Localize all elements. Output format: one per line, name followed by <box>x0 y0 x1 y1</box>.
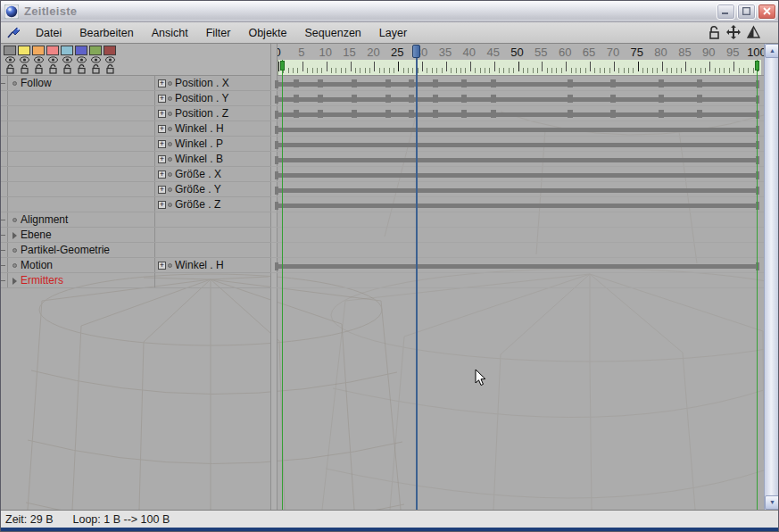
keyframe[interactable] <box>433 79 438 87</box>
keyframe[interactable] <box>491 95 496 103</box>
keyframe[interactable] <box>610 95 616 103</box>
keyframe[interactable] <box>318 79 323 87</box>
track-cell[interactable] <box>155 273 271 287</box>
track-label[interactable]: Größe . X <box>175 168 221 180</box>
sequence-start-cap[interactable] <box>275 80 278 88</box>
timeline-row[interactable] <box>271 106 764 121</box>
object-cell[interactable]: Follow <box>8 76 155 90</box>
keyframe[interactable] <box>352 110 357 118</box>
keyframe[interactable] <box>352 79 357 87</box>
timeline-row[interactable] <box>271 121 764 137</box>
scroll-up-button[interactable]: ▲ <box>765 44 779 58</box>
keyframe[interactable] <box>610 79 616 87</box>
expand-plus-box[interactable]: + <box>158 79 166 87</box>
keyframe[interactable] <box>433 110 438 118</box>
keyframe[interactable] <box>659 95 664 103</box>
loop-start-line[interactable] <box>282 60 283 510</box>
timeline-row[interactable] <box>271 197 764 212</box>
timeline-row[interactable] <box>271 152 764 167</box>
keyframe[interactable] <box>461 110 467 118</box>
object-label[interactable]: Follow <box>21 77 52 89</box>
padlock-icon[interactable] <box>92 64 100 74</box>
sequence-start-cap[interactable] <box>275 141 278 149</box>
keyframe[interactable] <box>697 95 702 103</box>
expand-triangle-icon[interactable] <box>12 278 17 285</box>
scroll-down-button[interactable]: ▼ <box>765 495 779 510</box>
track-label[interactable]: Position . X <box>175 77 229 89</box>
timeline-row[interactable] <box>271 228 764 243</box>
padlock-icon[interactable] <box>49 64 57 74</box>
expand-plus-box[interactable]: + <box>158 110 166 118</box>
object-cell[interactable] <box>8 197 155 212</box>
track-label[interactable]: Winkel . B <box>175 153 223 165</box>
timeline-row[interactable] <box>271 167 764 182</box>
playhead-line[interactable] <box>416 45 418 510</box>
maximize-button[interactable] <box>737 4 756 20</box>
minimize-button[interactable] <box>717 4 735 20</box>
keyframe[interactable] <box>409 110 414 118</box>
timeline-area[interactable] <box>271 76 764 510</box>
menu-item-objekte[interactable]: Objekte <box>239 24 295 42</box>
object-cell[interactable]: Partikel-Geometrie <box>8 243 155 257</box>
keyframe[interactable] <box>352 95 357 103</box>
padlock-icon[interactable] <box>106 64 114 74</box>
sequence-bar[interactable] <box>278 82 757 87</box>
keyframe[interactable] <box>568 79 573 87</box>
timeline-row[interactable] <box>271 212 764 228</box>
keyframe[interactable] <box>491 110 496 118</box>
keyframe[interactable] <box>385 79 391 87</box>
keyframe[interactable] <box>491 79 496 87</box>
sequence-bar[interactable] <box>278 204 757 208</box>
keyframe[interactable] <box>409 95 414 103</box>
menu-item-ansicht[interactable]: Ansicht <box>143 24 197 42</box>
keyframe[interactable] <box>461 79 467 87</box>
expand-triangle-icon[interactable] <box>12 232 17 239</box>
track-cell[interactable] <box>155 243 271 257</box>
sequence-bar[interactable] <box>278 264 757 269</box>
track-cell[interactable]: +Größe . X <box>155 167 271 181</box>
keyframe[interactable] <box>461 95 467 103</box>
track-cell[interactable]: +Winkel . H <box>155 121 271 136</box>
padlock-icon[interactable] <box>78 64 86 74</box>
track-cell[interactable]: +Größe . Z <box>155 197 271 212</box>
sequence-start-cap[interactable] <box>275 96 278 104</box>
track-label[interactable]: Winkel . P <box>175 137 223 150</box>
timeline-row[interactable] <box>271 91 764 106</box>
timeline-row[interactable] <box>271 243 764 258</box>
object-cell[interactable] <box>8 152 155 166</box>
keyframe[interactable] <box>409 79 414 87</box>
object-cell[interactable] <box>8 137 155 151</box>
track-label[interactable]: Größe . Y <box>175 183 221 195</box>
track-cell[interactable]: +Winkel . B <box>155 152 271 166</box>
object-label[interactable]: Ebene <box>21 229 52 241</box>
expand-plus-box[interactable]: + <box>158 140 166 148</box>
timeline-row[interactable] <box>271 137 764 152</box>
sequence-start-cap[interactable] <box>275 202 278 210</box>
keyframe[interactable] <box>659 79 664 87</box>
keyframe[interactable] <box>697 79 702 87</box>
object-label[interactable]: Alignment <box>21 213 68 226</box>
expand-plus-box[interactable]: + <box>158 262 166 270</box>
keyframe[interactable] <box>294 110 299 118</box>
menu-item-bearbeiten[interactable]: Bearbeiten <box>70 24 142 42</box>
track-cell[interactable]: +Winkel . P <box>155 137 271 151</box>
padlock-icon[interactable] <box>35 64 43 74</box>
menu-item-datei[interactable]: Datei <box>27 24 70 42</box>
object-dot-icon[interactable] <box>12 218 17 222</box>
padlock-icon[interactable] <box>21 64 29 74</box>
sequence-start-cap[interactable] <box>275 111 278 119</box>
keyframe[interactable] <box>318 95 323 103</box>
keyframe[interactable] <box>385 95 391 103</box>
object-label[interactable]: Motion <box>21 259 53 271</box>
pin-icon[interactable] <box>5 26 21 40</box>
keyframe[interactable] <box>659 110 664 118</box>
object-label[interactable]: Ermitters <box>21 274 63 287</box>
object-cell[interactable] <box>8 121 155 136</box>
object-cell[interactable] <box>8 167 155 181</box>
track-cell[interactable]: +Position . Z <box>155 106 271 121</box>
timeline-row[interactable] <box>271 76 764 91</box>
expand-plus-box[interactable]: + <box>158 95 166 103</box>
vertical-scrollbar[interactable]: ▲ ▼ <box>764 44 779 510</box>
keyframe[interactable] <box>318 110 323 118</box>
expand-plus-box[interactable]: + <box>158 155 166 163</box>
